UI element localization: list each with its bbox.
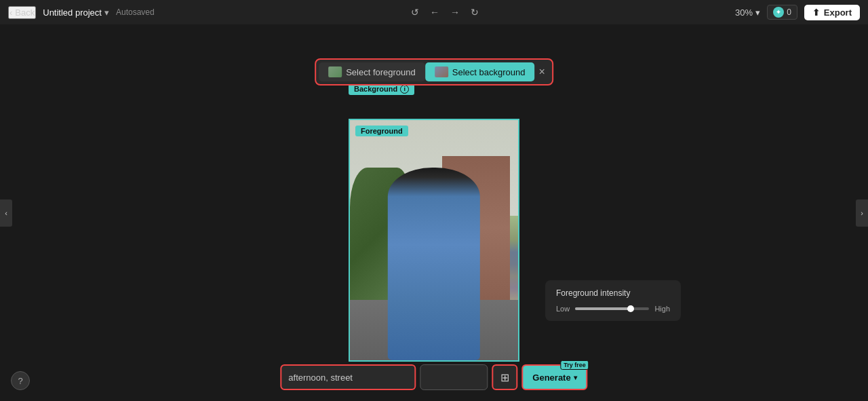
- select-foreground-label: Select foreground: [346, 67, 416, 77]
- redo-back-icon: ←: [430, 7, 439, 18]
- bottom-toolbar: ⊞ Try free Generate ▾: [280, 364, 587, 390]
- right-arrow-icon: ›: [861, 209, 863, 217]
- back-chevron-icon: ‹: [9, 7, 12, 18]
- undo-icon: ↺: [411, 7, 419, 18]
- fg-intensity-fill: [575, 307, 631, 310]
- ai-icon-symbol: ✦: [776, 9, 781, 16]
- generate-button[interactable]: Try free Generate ▾: [521, 364, 587, 390]
- ai-badge: ✦ 0: [767, 5, 797, 20]
- export-button[interactable]: ⬆ Export: [804, 5, 860, 20]
- fg-intensity-high-label: High: [654, 305, 670, 313]
- select-background-button[interactable]: Select background: [425, 62, 535, 81]
- export-label: Export: [824, 7, 852, 18]
- prev-panel-button[interactable]: ‹: [0, 199, 12, 227]
- foreground-thumbnail-icon: [328, 66, 342, 77]
- zoom-level: 30%: [735, 7, 753, 18]
- select-foreground-button[interactable]: Select foreground: [319, 62, 425, 81]
- canvas-area: ‹ › Select foreground Select background …: [0, 24, 868, 401]
- foreground-label-text: Foreground: [361, 127, 403, 135]
- header: ‹ Back Untitled project ▾ Autosaved ↺ ← …: [0, 0, 868, 24]
- header-left: ‹ Back Untitled project ▾ Autosaved: [8, 6, 155, 19]
- selection-toolbar: Select foreground Select background ×: [315, 58, 553, 85]
- header-right: 30% ▾ ✦ 0 ⬆ Export: [735, 5, 860, 20]
- dropdown-icon[interactable]: ▾: [104, 7, 109, 18]
- foreground-intensity-popup: Foreground intensity Low High: [545, 280, 681, 321]
- fg-intensity-thumb: [627, 305, 634, 312]
- back-label: Back: [15, 7, 35, 18]
- generate-label: Generate: [532, 373, 570, 383]
- prompt-input[interactable]: [280, 364, 416, 390]
- background-label-text: Background: [354, 85, 397, 93]
- fg-intensity-title: Foreground intensity: [556, 288, 670, 298]
- try-free-badge: Try free: [560, 360, 589, 370]
- project-title: Untitled project: [43, 7, 102, 18]
- prompt-extra-input[interactable]: [420, 364, 488, 390]
- close-toolbar-button[interactable]: ×: [534, 63, 549, 81]
- help-icon: ?: [18, 376, 22, 386]
- canvas-image: [350, 120, 518, 360]
- left-arrow-icon: ‹: [5, 209, 7, 217]
- redo-forward-icon: →: [450, 7, 460, 18]
- undo-button[interactable]: ↺: [409, 5, 421, 20]
- refresh-icon: ↻: [471, 7, 479, 18]
- settings-icon: ⊞: [500, 371, 509, 384]
- settings-button[interactable]: ⊞: [492, 364, 517, 390]
- back-button[interactable]: ‹ Back: [8, 6, 36, 19]
- close-icon: ×: [538, 66, 545, 77]
- ai-dot-icon: ✦: [773, 7, 784, 18]
- fg-intensity-low-label: Low: [556, 305, 570, 313]
- select-background-label: Select background: [452, 67, 526, 77]
- project-title-container: Untitled project ▾: [43, 7, 109, 18]
- help-button[interactable]: ?: [11, 371, 30, 390]
- background-thumbnail-icon: [435, 66, 448, 77]
- zoom-control[interactable]: 30% ▾: [735, 7, 760, 18]
- refresh-button[interactable]: ↻: [469, 5, 481, 20]
- export-icon: ⬆: [812, 7, 820, 18]
- foreground-label: Foreground: [355, 126, 408, 136]
- generate-arrow-icon: ▾: [574, 374, 577, 381]
- redo-forward-button[interactable]: →: [448, 5, 462, 20]
- header-center: ↺ ← → ↻: [409, 5, 481, 20]
- fg-intensity-slider[interactable]: [575, 307, 649, 310]
- zoom-dropdown-icon: ▾: [755, 7, 760, 18]
- info-icon[interactable]: i: [400, 85, 409, 94]
- next-panel-button[interactable]: ›: [856, 199, 868, 227]
- fg-intensity-slider-row: Low High: [556, 305, 670, 313]
- autosaved-label: Autosaved: [116, 7, 155, 17]
- image-container: Foreground Foreground intensity Low: [349, 119, 519, 362]
- redo-back-button[interactable]: ←: [428, 5, 441, 20]
- ai-count: 0: [787, 7, 791, 17]
